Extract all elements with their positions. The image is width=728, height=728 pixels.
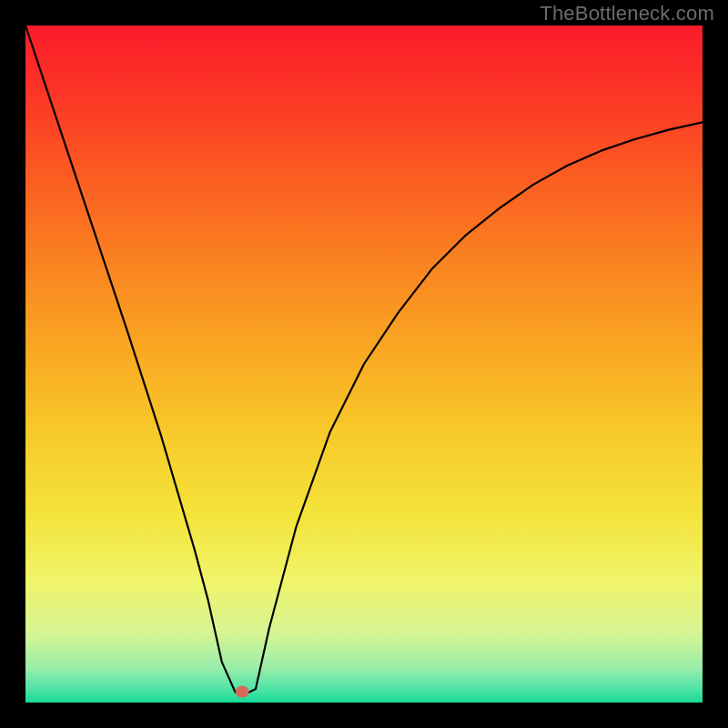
chart-frame: TheBottleneck.com bbox=[0, 0, 728, 728]
watermark-text: TheBottleneck.com bbox=[540, 2, 714, 25]
optimal-point-marker bbox=[236, 686, 249, 698]
chart-svg bbox=[0, 0, 728, 728]
